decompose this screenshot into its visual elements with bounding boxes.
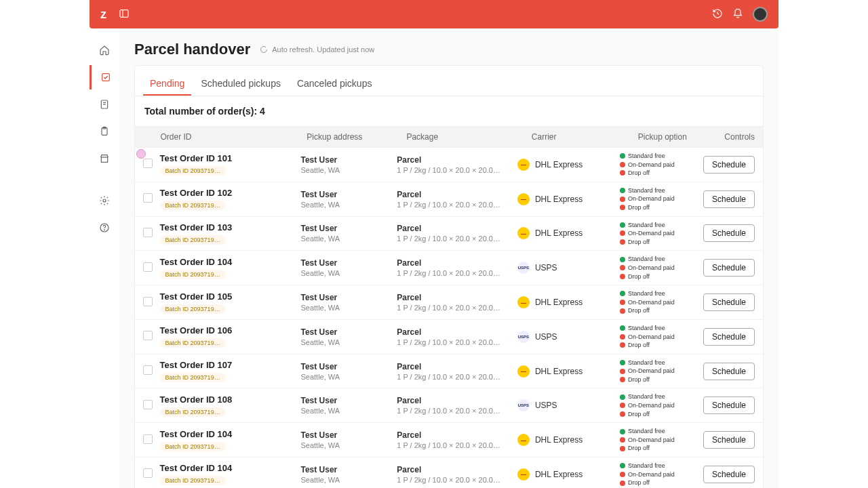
row-checkbox[interactable] (143, 262, 153, 272)
sidebar-receipt[interactable] (92, 92, 117, 117)
package-detail: 1 P / 2kg / 10.0 × 20.0 × 20.0… (397, 476, 517, 484)
th-package: Package (406, 132, 531, 142)
package-detail: 1 P / 2kg / 10.0 × 20.0 × 20.0… (397, 269, 517, 277)
row-checkbox[interactable] (143, 468, 153, 478)
batch-id-pill: Batch ID 2093719… (160, 304, 226, 314)
row-checkbox[interactable] (143, 365, 153, 375)
sidebar-handover[interactable] (90, 65, 119, 89)
order-id[interactable]: Test Order ID 104 (160, 429, 301, 439)
order-id[interactable]: Test Order ID 105 (160, 291, 301, 302)
pickup-user: Test User (300, 327, 397, 337)
batch-id-pill: Batch ID 2093719… (160, 442, 226, 451)
table-row: Test Order ID 104Batch ID 2093719…Test U… (135, 423, 763, 458)
order-id[interactable]: Test Order ID 108 (160, 394, 301, 405)
pickup-city: Seattle, WA (300, 269, 397, 277)
pickup-user: Test User (300, 293, 397, 302)
opt-standard: Standard free (620, 289, 703, 298)
opt-standard: Standard free (620, 392, 703, 401)
svg-rect-4 (102, 74, 109, 81)
opt-dropoff: Drop off (620, 238, 703, 247)
schedule-button[interactable]: Schedule (703, 293, 755, 311)
carrier-logo-icon: — (517, 468, 530, 481)
sidebar-settings[interactable] (92, 188, 117, 213)
carrier-logo-icon: — (517, 193, 530, 205)
opt-dropoff: Drop off (620, 169, 703, 178)
batch-id-pill: Batch ID 2093719… (160, 373, 226, 382)
opt-standard: Standard free (620, 255, 703, 264)
carrier-logo-icon: — (517, 227, 530, 239)
opt-standard: Standard free (620, 221, 703, 230)
package-type: Parcel (397, 430, 517, 440)
row-checkbox[interactable] (143, 159, 153, 168)
table-row: Test Order ID 106Batch ID 2093719…Test U… (135, 320, 763, 354)
order-id[interactable]: Test Order ID 104 (160, 463, 301, 473)
order-id[interactable]: Test Order ID 106 (160, 325, 301, 336)
package-detail: 1 P / 2kg / 10.0 × 20.0 × 20.0… (397, 235, 517, 243)
table-row: Test Order ID 103Batch ID 2093719…Test U… (135, 217, 763, 251)
package-type: Parcel (397, 293, 517, 302)
table-row: Test Order ID 102Batch ID 2093719…Test U… (135, 182, 763, 217)
order-id[interactable]: Test Order ID 102 (160, 188, 301, 198)
order-id[interactable]: Test Order ID 101 (160, 153, 301, 163)
order-id[interactable]: Test Order ID 104 (160, 257, 301, 267)
row-checkbox[interactable] (143, 193, 153, 203)
schedule-button[interactable]: Schedule (703, 259, 755, 277)
sidebar-store[interactable] (92, 146, 117, 171)
row-checkbox[interactable] (143, 297, 153, 306)
schedule-button[interactable]: Schedule (703, 328, 755, 346)
opt-ondemand: On-Demand paid (620, 470, 703, 479)
opt-dropoff: Drop off (620, 479, 703, 487)
opt-ondemand: On-Demand paid (620, 298, 703, 307)
batch-id-pill: Batch ID 2093719… (160, 338, 226, 348)
order-summary: Total number of order(s): 4 (135, 96, 763, 126)
svg-point-11 (103, 199, 106, 202)
sidebar-help[interactable] (92, 216, 117, 240)
carrier-name: DHL Express (535, 435, 583, 445)
carrier-name: DHL Express (535, 160, 583, 169)
table-row: Test Order ID 104Batch ID 2093719…Test U… (135, 458, 763, 488)
user-cursor-icon (136, 149, 146, 159)
opt-dropoff: Drop off (620, 306, 703, 315)
carrier-name: DHL Express (535, 367, 583, 376)
opt-dropoff: Drop off (620, 375, 703, 384)
handover-card: PendingScheduled pickupsCanceled pickups… (134, 65, 764, 488)
opt-ondemand: On-Demand paid (620, 195, 703, 203)
opt-dropoff: Drop off (620, 444, 703, 453)
tab-scheduled-pickups[interactable]: Scheduled pickups (194, 73, 288, 96)
package-detail: 1 P / 2kg / 10.0 × 20.0 × 20.0… (397, 407, 517, 415)
sidebar-clipboard[interactable] (92, 119, 117, 144)
sidebar-home[interactable] (92, 38, 117, 62)
schedule-button[interactable]: Schedule (703, 466, 755, 483)
carrier-logo-icon: USPS (517, 399, 530, 411)
pickup-city: Seattle, WA (300, 338, 397, 346)
package-detail: 1 P / 2kg / 10.0 × 20.0 × 20.0… (397, 166, 517, 174)
row-checkbox[interactable] (143, 331, 153, 340)
schedule-button[interactable]: Schedule (703, 156, 755, 174)
pickup-user: Test User (300, 224, 397, 233)
schedule-button[interactable]: Schedule (703, 190, 755, 208)
tab-canceled-pickups[interactable]: Canceled pickups (290, 73, 379, 96)
opt-ondemand: On-Demand paid (620, 264, 703, 272)
schedule-button[interactable]: Schedule (703, 363, 755, 380)
carrier-logo-icon: — (517, 365, 530, 378)
order-id[interactable]: Test Order ID 103 (160, 222, 301, 232)
table-row: Test Order ID 107Batch ID 2093719…Test U… (135, 354, 763, 389)
pickup-user: Test User (300, 396, 397, 405)
batch-id-pill: Batch ID 2093719… (160, 235, 226, 245)
order-id[interactable]: Test Order ID 107 (160, 360, 301, 370)
pickup-city: Seattle, WA (300, 476, 397, 484)
row-checkbox[interactable] (143, 228, 153, 237)
svg-rect-10 (101, 157, 107, 162)
package-type: Parcel (397, 327, 517, 337)
schedule-button[interactable]: Schedule (703, 224, 755, 242)
schedule-button[interactable]: Schedule (703, 396, 755, 414)
tab-pending[interactable]: Pending (143, 73, 191, 96)
row-checkbox[interactable] (143, 400, 153, 409)
carrier-name: USPS (535, 263, 557, 272)
sidebar (90, 28, 119, 488)
package-type: Parcel (397, 155, 517, 165)
schedule-button[interactable]: Schedule (703, 431, 755, 449)
row-checkbox[interactable] (143, 434, 153, 444)
th-carrier: Carrier (532, 132, 638, 142)
opt-standard: Standard free (620, 427, 703, 436)
